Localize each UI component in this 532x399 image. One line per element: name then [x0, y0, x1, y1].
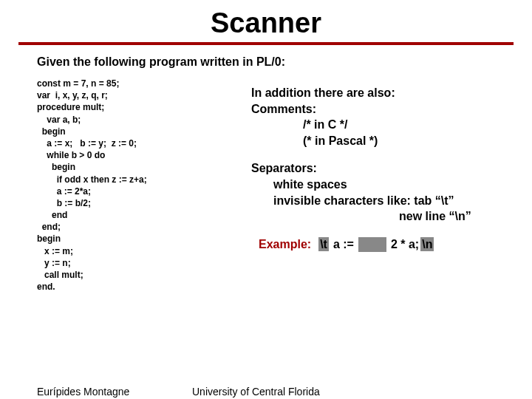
example-space-box [358, 237, 386, 252]
separators-line: Separators: [251, 160, 532, 177]
footer-author: Eurípides Montagne [37, 386, 129, 398]
intro-text: Given the following program written in P… [37, 55, 532, 69]
example-a-assign: a := [333, 236, 354, 253]
example-tab-token: \t [318, 236, 329, 253]
slide-title: Scanner [0, 7, 532, 39]
example-expr: 2 * a; [391, 236, 419, 253]
example-newline-token: \n [420, 236, 434, 253]
comments-block: In addition there are also: Comments: /*… [251, 85, 532, 149]
example-line: Example: \t a := 2 * a; \n [259, 236, 532, 253]
comments-line: Comments: [251, 101, 532, 117]
also-line: In addition there are also: [251, 85, 532, 101]
content-columns: const m = 7, n = 85; var i, x, y, z, q, … [0, 78, 532, 293]
footer-org: University of Central Florida [192, 386, 320, 398]
whitespace-line: white spaces [251, 177, 532, 193]
newline-line: new line “\n” [251, 208, 532, 225]
pascal-comment: (* in Pascal *) [251, 133, 532, 149]
c-comment: /* in C */ [251, 117, 532, 133]
title-underline [18, 42, 514, 45]
example-label: Example: [259, 236, 311, 253]
pl0-code: const m = 7, n = 85; var i, x, y, z, q, … [37, 78, 251, 293]
code-column: const m = 7, n = 85; var i, x, y, z, q, … [37, 78, 251, 293]
invisible-line: invisible characters like: tab “\t” [251, 193, 532, 209]
notes-column: In addition there are also: Comments: /*… [251, 78, 532, 293]
separators-block: Separators: white spaces invisible chara… [251, 160, 532, 224]
